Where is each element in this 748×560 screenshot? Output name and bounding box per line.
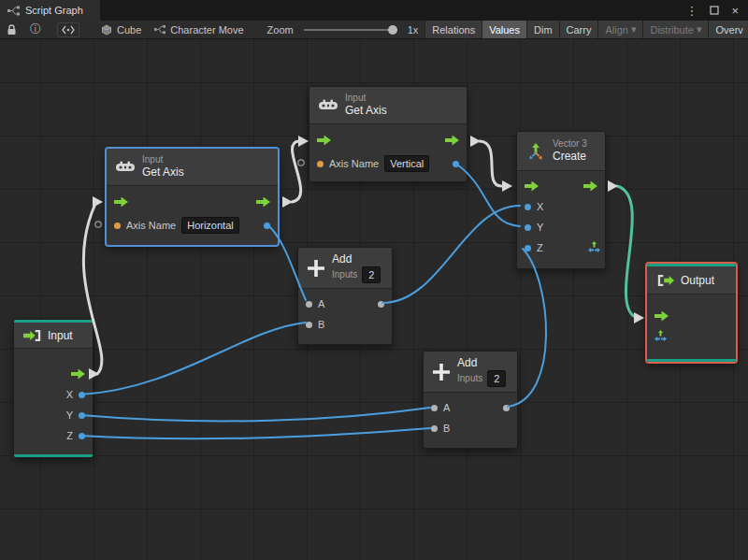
- node-title: Add: [332, 252, 381, 266]
- flow-out-port[interactable]: [583, 181, 597, 192]
- maximize-icon[interactable]: [710, 6, 719, 15]
- port-label: Z: [537, 242, 543, 253]
- vector3-port-icon: [654, 330, 667, 342]
- values-button[interactable]: Values: [482, 21, 526, 38]
- flow-out-port[interactable]: [445, 136, 459, 146]
- gamepad-icon: [116, 161, 135, 173]
- z-out-port[interactable]: [79, 433, 85, 439]
- plus-icon: [433, 364, 450, 381]
- distribute-dropdown[interactable]: Distribute▾: [642, 21, 708, 38]
- flow-out-port[interactable]: [71, 369, 85, 380]
- port-label: Z: [66, 430, 73, 441]
- flow-in-port[interactable]: [654, 311, 669, 322]
- graph-icon: [154, 24, 165, 35]
- value-out-port[interactable]: [453, 161, 459, 167]
- zoom-value: 1x: [408, 24, 419, 36]
- vector3-out-port[interactable]: [588, 241, 600, 255]
- node-header: Add Inputs 2: [424, 352, 517, 393]
- input-b-port[interactable]: [306, 322, 312, 328]
- graph-name: Cube: [117, 24, 141, 36]
- align-dropdown[interactable]: Align▾: [597, 21, 642, 38]
- node-header: Input Get Axis: [107, 149, 278, 186]
- axis-name-field[interactable]: Vertical: [384, 155, 429, 172]
- info-icon[interactable]: ⓘ: [30, 22, 41, 37]
- tab-title: Script Graph: [25, 5, 83, 16]
- kebab-menu-icon[interactable]: ⋮: [685, 4, 698, 18]
- io-accent-strip: [14, 454, 93, 457]
- zoom-slider-handle[interactable]: [388, 25, 397, 35]
- gamepad-icon: [319, 99, 338, 111]
- input-a-port[interactable]: [431, 405, 438, 411]
- node-add-1[interactable]: Add Inputs 2 A B: [297, 247, 393, 345]
- close-icon[interactable]: ×: [731, 4, 739, 18]
- x-out-port[interactable]: [79, 392, 85, 398]
- y-port[interactable]: [525, 224, 531, 231]
- axis-name-port[interactable]: [114, 223, 121, 229]
- node-get-axis-vertical[interactable]: Input Get Axis Axis Name Vertical: [309, 86, 468, 182]
- relations-button[interactable]: Relations: [424, 21, 482, 38]
- node-header: Vector 3 Create: [517, 132, 605, 171]
- z-port[interactable]: [525, 245, 531, 251]
- node-vector3-create[interactable]: Vector 3 Create X Y Z: [516, 131, 606, 269]
- input-a-port[interactable]: [306, 301, 312, 308]
- io-accent-strip: [647, 359, 736, 362]
- flow-out-port[interactable]: [256, 197, 270, 208]
- node-get-axis-horizontal[interactable]: Input Get Axis Axis Name Horizontal: [106, 148, 279, 246]
- zoom-fit-icon[interactable]: [57, 22, 79, 37]
- sum-out-port[interactable]: [503, 405, 510, 411]
- port-label: A: [318, 298, 324, 309]
- dim-button[interactable]: Dim: [526, 21, 559, 38]
- plus-icon: [308, 260, 324, 277]
- flow-in-port[interactable]: [114, 197, 128, 208]
- port-label: B: [318, 319, 324, 330]
- vector3-in-port[interactable]: [654, 330, 667, 344]
- port-label: B: [443, 423, 450, 434]
- axis-name-port[interactable]: [317, 161, 324, 167]
- chevron-down-icon: ▾: [697, 23, 702, 36]
- inputs-label: Inputs: [332, 269, 357, 281]
- carry-button[interactable]: Carry: [559, 21, 598, 38]
- chevron-down-icon: ▾: [631, 23, 637, 36]
- script-graph-icon: [7, 6, 20, 16]
- window-controls: ⋮ ×: [685, 4, 748, 18]
- port-label: Y: [66, 409, 73, 421]
- lock-icon[interactable]: [7, 23, 17, 36]
- graph-toolbar: ⓘ Cube Character Move Zoom: [0, 21, 748, 39]
- breadcrumb-graph-cube[interactable]: Cube: [101, 24, 141, 36]
- inputs-label: Inputs: [457, 373, 482, 385]
- window-tab-bar: Script Graph ⋮ ×: [0, 0, 748, 21]
- cube-icon: [101, 24, 112, 36]
- node-category: Input: [142, 154, 184, 166]
- node-title: Add: [457, 356, 506, 370]
- node-title: Create: [553, 150, 587, 164]
- node-title: Get Axis: [142, 165, 184, 179]
- sum-out-port[interactable]: [378, 301, 384, 308]
- y-out-port[interactable]: [79, 412, 85, 419]
- node-header: Add Inputs 2: [298, 248, 392, 289]
- breadcrumb-graph-character-move[interactable]: Character Move: [154, 24, 243, 36]
- node-add-2[interactable]: Add Inputs 2 A B: [423, 351, 518, 449]
- x-port[interactable]: [525, 204, 531, 210]
- port-label: Y: [537, 222, 543, 233]
- script-graph-window: Script Graph ⋮ × ⓘ: [0, 0, 748, 560]
- port-label: X: [66, 389, 73, 400]
- tab-script-graph[interactable]: Script Graph: [0, 0, 100, 21]
- node-output-unit[interactable]: Output: [646, 263, 737, 363]
- value-out-port[interactable]: [264, 223, 270, 229]
- overview-button[interactable]: Overv: [708, 21, 748, 38]
- param-label: Axis Name: [126, 220, 176, 231]
- vector3-port-icon: [588, 241, 600, 253]
- inputs-count-field[interactable]: 2: [362, 266, 381, 283]
- flow-in-port[interactable]: [317, 136, 331, 146]
- flow-in-port[interactable]: [525, 181, 539, 192]
- node-input-unit[interactable]: Input X Y Z: [13, 319, 94, 458]
- inputs-count-field[interactable]: 2: [487, 370, 506, 387]
- toolbar-toggle-group: Relations Values Dim Carry Align▾ Distri…: [424, 21, 748, 38]
- axis-arrows-icon: [526, 142, 545, 161]
- input-unit-icon: [23, 330, 42, 341]
- axis-name-field[interactable]: Horizontal: [181, 217, 239, 234]
- node-category: Input: [345, 93, 387, 105]
- zoom-slider[interactable]: [304, 29, 397, 31]
- param-label: Axis Name: [329, 158, 379, 169]
- input-b-port[interactable]: [431, 425, 438, 432]
